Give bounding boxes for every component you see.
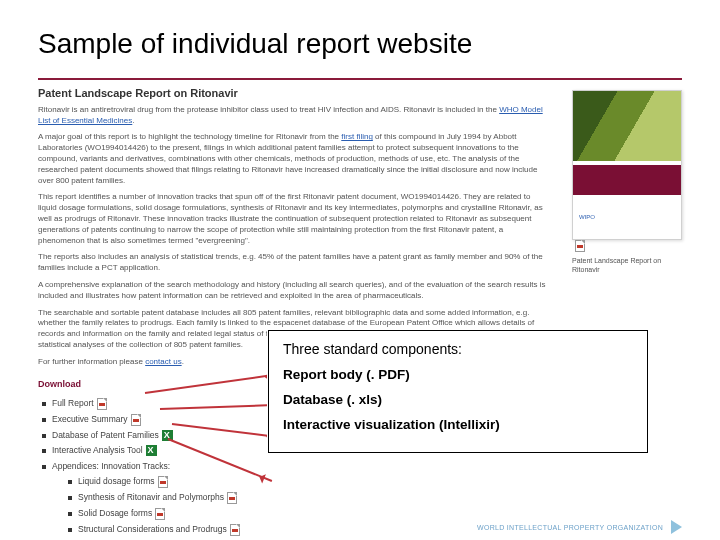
callout-row-database: Database (. xls) (283, 392, 633, 407)
solid-link[interactable]: Solid Dosage forms (78, 508, 152, 518)
intro-para-3: This report identifies a number of innov… (38, 192, 548, 246)
synthesis-link[interactable]: Synthesis of Ritonavir and Polymorphs (78, 492, 224, 502)
list-item: Liquid dosage forms (66, 474, 682, 490)
pdf-icon (575, 240, 585, 252)
list-item: Synthesis of Ritonavir and Polymorphs (66, 490, 682, 506)
thumbnail-caption: Patent Landscape Report on Ritonavir (572, 256, 682, 275)
report-cover-thumbnail: WIPO Patent Landscape Report on Ritonavi… (572, 90, 682, 275)
cover-photo (573, 91, 681, 161)
callout-row-report: Report body (. PDF) (283, 367, 633, 382)
annotation-callout: Three standard components: Report body (… (268, 330, 648, 453)
slide-title: Sample of individual report website (38, 28, 682, 60)
xls-icon (146, 445, 157, 456)
full-report-link[interactable]: Full Report (52, 398, 94, 408)
footer-text: WORLD INTELLECTUAL PROPERTY ORGANIZATION (477, 524, 663, 531)
intro-para-2: A major goal of this report is to highli… (38, 132, 548, 186)
text: A major goal of this report is to highli… (38, 132, 341, 141)
pdf-icon (155, 508, 165, 520)
text: . (132, 116, 134, 125)
pdf-icon (227, 492, 237, 504)
cover-title-band (573, 165, 681, 195)
text: For further information please (38, 357, 145, 366)
pdf-icon (158, 476, 168, 488)
cover-image[interactable]: WIPO (572, 90, 682, 240)
pdf-icon (230, 524, 240, 536)
slide-footer: WORLD INTELLECTUAL PROPERTY ORGANIZATION (477, 520, 682, 534)
text: . (182, 357, 184, 366)
pdf-icon (97, 398, 107, 410)
structural-link[interactable]: Structural Considerations and Prodrugs (78, 524, 227, 534)
intro-para-1: Ritonavir is an antiretroviral drug from… (38, 105, 548, 127)
webpage-screenshot: Patent Landscape Report on Ritonavir Rit… (38, 78, 682, 540)
wipo-logo: WIPO (579, 213, 681, 221)
exec-summary-link[interactable]: Executive Summary (52, 414, 128, 424)
first-filing-link[interactable]: first filing (341, 132, 373, 141)
liquid-link[interactable]: Liquid dosage forms (78, 476, 155, 486)
callout-heading: Three standard components: (283, 341, 633, 357)
database-link[interactable]: Database of Patent Families (52, 430, 159, 440)
appendices-label: Appendices: Innovation Tracks: (52, 461, 170, 471)
contact-link[interactable]: contact us (145, 357, 181, 366)
analysis-tool-link[interactable]: Interactive Analysis Tool (52, 445, 143, 455)
pdf-icon (131, 414, 141, 426)
callout-row-viz: Interactive visualization (Intellixir) (283, 417, 633, 432)
text: Ritonavir is an antiretroviral drug from… (38, 105, 499, 114)
next-slide-button[interactable] (671, 520, 682, 534)
intro-para-5: A comprehensive explanation of the searc… (38, 280, 548, 302)
intro-para-4: The reports also includes an analysis of… (38, 252, 548, 274)
